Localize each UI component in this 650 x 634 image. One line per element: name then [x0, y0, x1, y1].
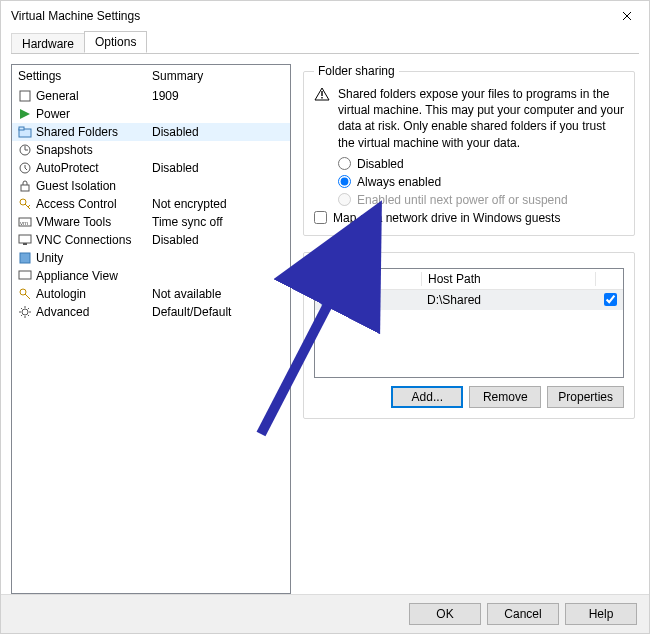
content-area: Hardware Options Settings Summary Genera… [1, 31, 649, 594]
settings-row-access-control[interactable]: Access Control Not encrypted [12, 195, 290, 213]
svg-rect-11 [23, 243, 27, 245]
settings-row-shared-folders[interactable]: Shared Folders Disabled [12, 123, 290, 141]
col-settings: Settings [12, 69, 148, 83]
folders-row-host: D:\Shared [421, 293, 597, 307]
add-button[interactable]: Add... [391, 386, 463, 408]
tabs: Hardware Options [1, 31, 649, 53]
settings-row-autoprotect[interactable]: AutoProtect Disabled [12, 159, 290, 177]
user-key-icon [18, 287, 32, 301]
ok-button[interactable]: OK [409, 603, 481, 625]
monitor-icon [18, 233, 32, 247]
summary: Default/Default [148, 305, 290, 319]
check-map-drive-label: Map as a network drive in Windows guests [333, 211, 560, 225]
label: Access Control [36, 197, 117, 211]
folders-table[interactable]: Name Host Path Shared D:\Shared [314, 268, 624, 378]
folders-row[interactable]: Shared D:\Shared [315, 290, 623, 310]
tab-hardware[interactable]: Hardware [11, 33, 85, 54]
settings-row-unity[interactable]: Unity [12, 249, 290, 267]
svg-rect-10 [19, 235, 31, 243]
radio-disabled[interactable]: Disabled [338, 157, 624, 171]
settings-row-power[interactable]: Power [12, 105, 290, 123]
label: Appliance View [36, 269, 118, 283]
settings-row-autologin[interactable]: Autologin Not available [12, 285, 290, 303]
summary: Disabled [148, 233, 290, 247]
settings-row-vmware-tools[interactable]: vmVMware Tools Time sync off [12, 213, 290, 231]
folder-sharing-group: Folder sharing Shared folders expose you… [303, 64, 635, 236]
settings-list[interactable]: Settings Summary General 1909 Power Shar… [11, 64, 291, 594]
radio-always[interactable]: Always enabled [338, 175, 624, 189]
svg-rect-12 [20, 253, 30, 263]
folders-row-name: Shared [339, 293, 378, 307]
label: Advanced [36, 305, 89, 319]
remove-button[interactable]: Remove [469, 386, 541, 408]
folder-sharing-legend: Folder sharing [314, 64, 399, 78]
svg-marker-1 [20, 109, 30, 119]
check-map-drive[interactable]: Map as a network drive in Windows guests [314, 211, 624, 225]
folder-icon [18, 125, 32, 139]
folder-icon [321, 293, 335, 307]
folders-group: Folders Name Host Path Shared [303, 246, 635, 419]
label: Power [36, 107, 70, 121]
unity-icon [18, 251, 32, 265]
dialog-buttons: OK Cancel Help [1, 594, 649, 633]
summary: 1909 [148, 89, 290, 103]
appliance-icon [18, 269, 32, 283]
folder-sharing-warning-row: Shared folders expose your files to prog… [314, 86, 624, 151]
radio-always-input[interactable] [338, 175, 351, 188]
col-summary: Summary [148, 69, 290, 83]
svg-rect-6 [21, 185, 29, 191]
lock-icon [18, 179, 32, 193]
svg-rect-3 [19, 127, 24, 130]
settings-row-guest-isolation[interactable]: Guest Isolation [12, 177, 290, 195]
label: Guest Isolation [36, 179, 116, 193]
play-icon [18, 107, 32, 121]
label: Shared Folders [36, 125, 118, 139]
help-button[interactable]: Help [565, 603, 637, 625]
svg-rect-20 [322, 295, 327, 298]
svg-point-15 [22, 309, 28, 315]
tab-options[interactable]: Options [84, 31, 147, 53]
key-icon [18, 197, 32, 211]
folders-buttons: Add... Remove Properties [314, 386, 624, 408]
svg-rect-13 [19, 271, 31, 279]
radio-disabled-input[interactable] [338, 157, 351, 170]
radio-until-label: Enabled until next power off or suspend [357, 193, 568, 207]
summary: Disabled [148, 161, 290, 175]
label: General [36, 89, 79, 103]
tab-body: Settings Summary General 1909 Power Shar… [11, 53, 639, 594]
radio-until-input [338, 193, 351, 206]
settings-row-vnc[interactable]: VNC Connections Disabled [12, 231, 290, 249]
sharing-radio-group: Disabled Always enabled Enabled until ne… [338, 157, 624, 207]
warning-icon [314, 87, 330, 151]
folders-row-enabled[interactable] [604, 293, 617, 306]
gear-icon [18, 305, 32, 319]
vm-settings-window: Virtual Machine Settings Hardware Option… [0, 0, 650, 634]
folders-col-name[interactable]: Name [315, 272, 422, 286]
summary: Not available [148, 287, 290, 301]
label: Snapshots [36, 143, 93, 157]
radio-always-label: Always enabled [357, 175, 441, 189]
vmware-icon: vm [18, 215, 32, 229]
window-title: Virtual Machine Settings [11, 9, 604, 23]
summary: Time sync off [148, 215, 290, 229]
settings-row-appliance-view[interactable]: Appliance View [12, 267, 290, 285]
settings-row-advanced[interactable]: Advanced Default/Default [12, 303, 290, 321]
label: VMware Tools [36, 215, 111, 229]
properties-button[interactable]: Properties [547, 386, 624, 408]
settings-row-snapshots[interactable]: Snapshots [12, 141, 290, 159]
close-icon [622, 11, 632, 21]
right-panel: Folder sharing Shared folders expose you… [303, 64, 639, 594]
settings-list-header: Settings Summary [12, 65, 290, 87]
clock-icon [18, 143, 32, 157]
svg-text:vm: vm [20, 220, 28, 226]
radio-until: Enabled until next power off or suspend [338, 193, 624, 207]
folders-legend: Folders [314, 246, 362, 260]
close-button[interactable] [604, 1, 649, 31]
titlebar: Virtual Machine Settings [1, 1, 649, 31]
cancel-button[interactable]: Cancel [487, 603, 559, 625]
settings-row-general[interactable]: General 1909 [12, 87, 290, 105]
label: Unity [36, 251, 63, 265]
folders-col-host[interactable]: Host Path [422, 272, 596, 286]
check-map-drive-input[interactable] [314, 211, 327, 224]
summary: Not encrypted [148, 197, 290, 211]
